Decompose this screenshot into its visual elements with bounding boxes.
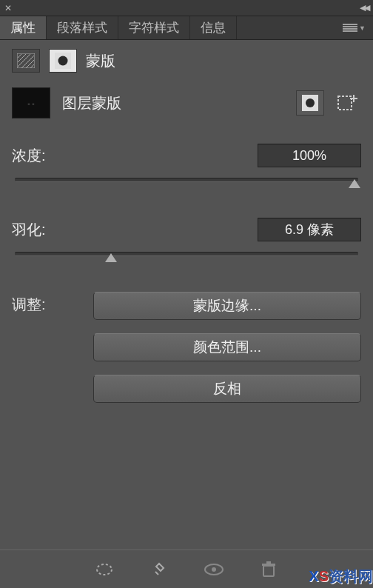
tab-paragraph-styles[interactable]: 段落样式 [47,16,118,39]
density-label: 浓度: [12,146,46,166]
vector-mask-icon[interactable] [49,49,77,73]
tab-info[interactable]: 信息 [190,16,237,39]
color-range-button[interactable]: 颜色范围... [93,333,361,361]
density-slider[interactable] [15,175,358,188]
close-icon[interactable]: ✕ [4,3,12,13]
svg-point-10 [212,567,216,572]
tab-bar: 属性 段落样式 字符样式 信息 ▼ [0,16,373,40]
tab-character-styles[interactable]: 字符样式 [118,16,190,39]
svg-rect-13 [266,561,271,564]
tab-properties[interactable]: 属性 [0,16,47,39]
apply-mask-icon[interactable] [147,557,172,582]
feather-label: 羽化: [12,220,46,240]
menu-icon [343,24,357,33]
adjust-label: 调整: [12,292,71,315]
mask-thumbnail[interactable]: - - [12,87,50,118]
load-selection-icon[interactable] [92,557,117,582]
feather-slider[interactable] [15,249,358,262]
svg-point-8 [97,564,112,575]
invert-button[interactable]: 反相 [93,375,361,403]
feather-track [15,252,358,256]
density-input[interactable]: 100% [258,144,361,167]
density-track [15,178,358,182]
pixel-mask-icon[interactable] [12,49,40,73]
panel-footer: XS资料网 [0,549,373,588]
feather-thumb[interactable] [105,253,117,262]
layer-mask-label: 图层蒙版 [62,93,121,113]
mask-edge-button[interactable]: 蒙版边缘... [93,292,361,320]
density-thumb[interactable] [349,179,360,188]
menu-caret-icon: ▼ [359,24,366,32]
toggle-visibility-icon[interactable] [201,557,226,582]
add-mask-icon[interactable] [333,90,361,116]
svg-rect-11 [263,566,274,576]
delete-mask-icon[interactable] [256,557,281,582]
svg-rect-5 [338,96,352,110]
feather-input[interactable]: 6.9 像素 [258,218,361,241]
collapse-icon[interactable]: ◀◀ [360,3,369,13]
svg-point-2 [58,56,68,66]
watermark: XS资料网 [309,567,373,587]
panel-menu-button[interactable]: ▼ [343,24,366,33]
svg-point-4 [306,98,315,107]
select-mask-icon[interactable] [296,90,324,116]
svg-rect-12 [262,564,275,566]
mask-title: 蒙版 [86,51,115,71]
panel-titlebar: ✕ ◀◀ [0,0,373,16]
